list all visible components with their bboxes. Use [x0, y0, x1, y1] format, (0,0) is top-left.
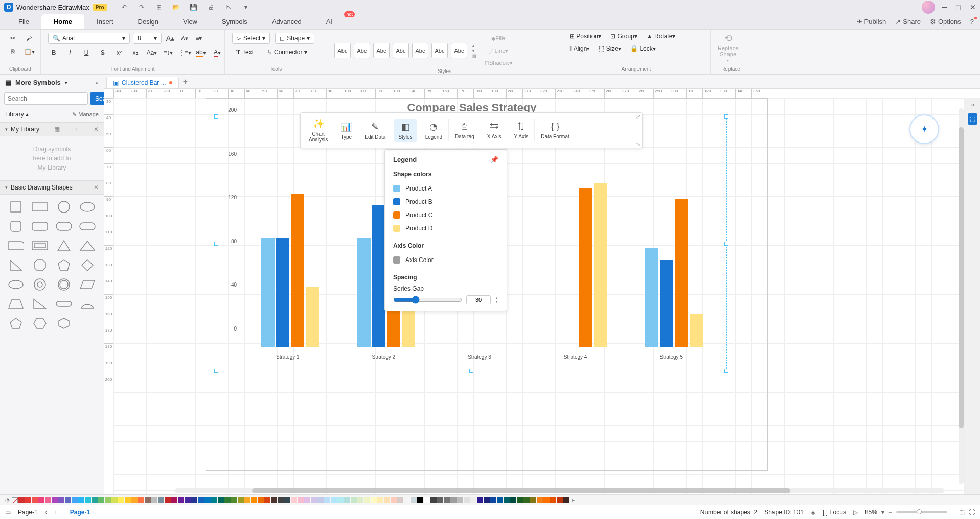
legend-item[interactable]: Product B: [393, 195, 498, 208]
color-swatch[interactable]: [317, 497, 324, 503]
style-swatch[interactable]: Abc: [412, 43, 428, 58]
strikethrough-icon[interactable]: S̶: [97, 47, 108, 58]
symbol-search-input[interactable]: [4, 92, 88, 105]
focus-button[interactable]: [ ] Focus: [823, 509, 846, 516]
color-swatch[interactable]: [32, 497, 38, 503]
redo-icon[interactable]: ↷: [136, 2, 147, 13]
color-swatch[interactable]: [497, 497, 503, 503]
style-swatch[interactable]: Abc: [393, 43, 409, 58]
color-swatch[interactable]: [444, 497, 450, 503]
page-tab[interactable]: Page-1: [65, 509, 95, 516]
close-lib-icon[interactable]: ✕: [94, 126, 99, 133]
color-swatch[interactable]: [504, 497, 510, 503]
menu-tab-view[interactable]: View: [171, 14, 210, 29]
resize-handle[interactable]: [469, 369, 473, 373]
color-swatch[interactable]: [165, 497, 171, 503]
color-swatch[interactable]: [251, 497, 257, 503]
chart-tool-styles[interactable]: ◧Styles: [394, 119, 416, 142]
canvas[interactable]: Compare Sales Strategy 04080120160200 St…: [113, 98, 965, 494]
color-swatch[interactable]: [38, 497, 44, 503]
my-library-section[interactable]: My Library: [11, 126, 39, 133]
color-swatch[interactable]: [191, 497, 197, 503]
bar[interactable]: [276, 238, 289, 347]
format-painter-icon[interactable]: 🖌: [24, 33, 35, 44]
color-swatch[interactable]: [563, 497, 569, 503]
color-swatch[interactable]: [85, 497, 91, 503]
menu-tab-file[interactable]: File: [6, 14, 41, 29]
zoom-dropdown-icon[interactable]: ▾: [881, 509, 884, 516]
shape-single-round[interactable]: [6, 239, 26, 253]
no-fill-swatch[interactable]: [12, 497, 18, 503]
color-swatch[interactable]: [258, 497, 264, 503]
color-swatch[interactable]: [291, 497, 297, 503]
qat-more-icon[interactable]: ▾: [240, 2, 252, 13]
color-swatch[interactable]: [138, 497, 144, 503]
shape-right-triangle-2[interactable]: [30, 297, 50, 311]
print-icon[interactable]: 🖨: [206, 2, 217, 13]
horizontal-scrollbar[interactable]: [175, 488, 944, 493]
color-swatch[interactable]: [231, 497, 237, 503]
add-lib-icon[interactable]: +: [75, 126, 79, 133]
shape-ring[interactable]: [54, 277, 74, 292]
position-button[interactable]: ⊞ Position▾: [569, 33, 601, 40]
chart-tool-x-axis[interactable]: ⮀X Axis: [483, 119, 506, 141]
legend-item[interactable]: Product A: [393, 182, 498, 195]
color-swatch[interactable]: [45, 497, 51, 503]
series-gap-input[interactable]: [466, 295, 491, 304]
line-button[interactable]: ／ Line ▾: [485, 45, 513, 56]
zoom-in-icon[interactable]: +: [951, 509, 955, 516]
color-swatch[interactable]: [523, 497, 530, 503]
rotate-button[interactable]: ▲ Rotate▾: [647, 33, 676, 40]
chart-tool-type[interactable]: 📊Type: [336, 119, 356, 142]
shape-tool[interactable]: ◻ Shape ▾: [275, 33, 314, 44]
navigator-widget[interactable]: ✦: [909, 114, 939, 144]
style-swatch[interactable]: Abc: [354, 43, 370, 58]
color-swatch[interactable]: [78, 497, 84, 503]
color-swatch[interactable]: [517, 497, 523, 503]
resize-handle[interactable]: [214, 369, 218, 373]
maximize-icon[interactable]: ◻: [955, 3, 962, 11]
shape-rectangle[interactable]: [30, 200, 50, 214]
bar[interactable]: [690, 314, 703, 347]
styles-up-icon[interactable]: ▴: [472, 43, 476, 48]
color-swatch[interactable]: [171, 497, 177, 503]
select-tool[interactable]: ▻ Select ▾: [232, 33, 270, 44]
color-swatch[interactable]: [417, 497, 423, 503]
color-swatch[interactable]: [218, 497, 224, 503]
bar[interactable]: [306, 287, 319, 347]
color-swatch[interactable]: [464, 497, 470, 503]
replace-shape-button[interactable]: ⟲ Replace Shape ▾: [718, 33, 738, 63]
chart-tool-edit-data[interactable]: ✎Edit Data: [360, 119, 390, 142]
color-swatch[interactable]: [557, 497, 563, 503]
close-section-icon[interactable]: ✕: [94, 184, 99, 191]
superscript-icon[interactable]: x²: [113, 47, 125, 58]
color-swatch[interactable]: [131, 497, 138, 503]
color-swatch[interactable]: [18, 497, 25, 503]
save-icon[interactable]: 💾: [188, 2, 199, 13]
color-swatch[interactable]: [371, 497, 377, 503]
zoom-out-icon[interactable]: −: [888, 509, 892, 516]
shape-octagon[interactable]: [30, 258, 50, 272]
color-swatch[interactable]: [404, 497, 410, 503]
shape-diamond[interactable]: [78, 258, 97, 272]
italic-icon[interactable]: I: [64, 47, 76, 58]
bar[interactable]: [357, 238, 371, 347]
shape-trapezoid[interactable]: [6, 297, 26, 311]
bar[interactable]: [291, 194, 304, 347]
fill-button[interactable]: ◆ Fill ▾: [485, 33, 513, 44]
spin-down-icon[interactable]: ▼: [495, 300, 498, 303]
style-swatch[interactable]: Abc: [431, 43, 448, 58]
vertical-scrollbar[interactable]: [959, 108, 964, 484]
color-swatch[interactable]: [111, 497, 118, 503]
color-swatch[interactable]: [324, 497, 330, 503]
color-swatch[interactable]: [65, 497, 71, 503]
legend-color-swatch[interactable]: [393, 225, 400, 232]
connector-tool[interactable]: ↳ Connector ▾: [263, 47, 311, 57]
menu-tab-home[interactable]: Home: [41, 14, 84, 29]
minimize-icon[interactable]: ─: [942, 3, 947, 11]
zoom-slider[interactable]: [896, 511, 947, 513]
help-icon[interactable]: ?: [970, 18, 974, 26]
color-swatch[interactable]: [72, 497, 78, 503]
styles-more-icon[interactable]: ▤: [472, 54, 476, 58]
color-swatch[interactable]: [391, 497, 397, 503]
